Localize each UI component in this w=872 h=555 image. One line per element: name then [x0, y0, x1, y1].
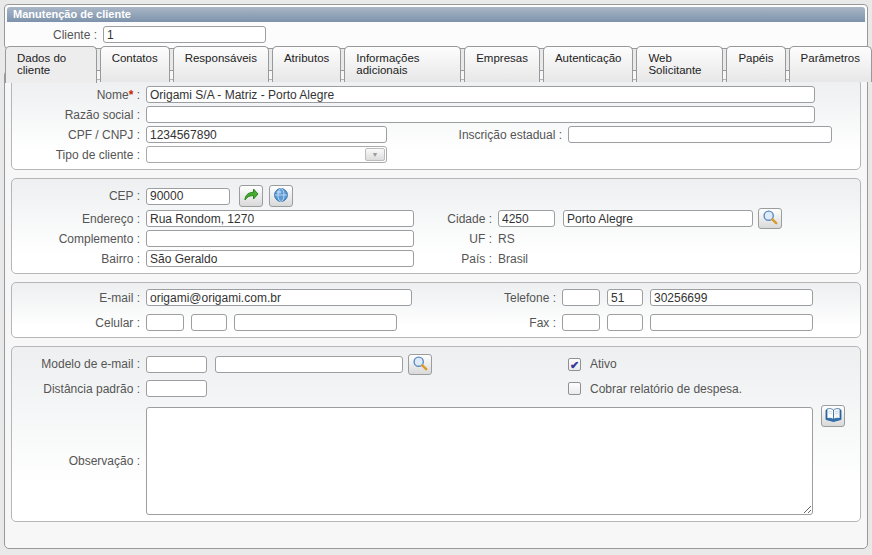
- observacao-label: Observação :: [20, 454, 140, 468]
- window-title: Manutenção de cliente: [7, 7, 865, 22]
- inscricao-estadual-input[interactable]: [568, 126, 832, 143]
- cpf-cnpj-label: CPF / CNPJ :: [20, 128, 140, 142]
- fax-numero-input[interactable]: [650, 314, 813, 331]
- telefone-ddd-input[interactable]: [607, 289, 643, 306]
- cep-input[interactable]: [146, 188, 230, 205]
- tab-contatos[interactable]: Contatos: [100, 46, 170, 82]
- tab-dados-do-cliente[interactable]: Dados do cliente: [5, 46, 97, 83]
- tab-parametros[interactable]: Parâmetros: [789, 46, 872, 82]
- pais-value: Brasil: [498, 252, 528, 266]
- modelo-email-name-input[interactable]: [215, 356, 403, 373]
- modelo-de-email-label: Modelo de e-mail :: [20, 357, 140, 371]
- tab-atributos[interactable]: Atributos: [272, 46, 341, 82]
- modelo-email-search-button[interactable]: [408, 354, 432, 375]
- tab-bar: Dados do cliente Contatos Responsáveis A…: [5, 46, 872, 82]
- fax-label: Fax :: [418, 316, 556, 330]
- search-icon: [412, 355, 428, 374]
- cidade-code-input[interactable]: [498, 210, 555, 227]
- pais-label: País :: [418, 252, 492, 266]
- cidade-label: Cidade :: [418, 212, 492, 226]
- fax-ddd-input[interactable]: [607, 314, 643, 331]
- contact-group: E-mail : Telefone : Celular : Fax :: [11, 282, 861, 338]
- celular-ddd-input[interactable]: [191, 314, 227, 331]
- celular-numero-input[interactable]: [234, 314, 397, 331]
- cep-lookup-button[interactable]: [239, 185, 263, 207]
- cep-web-button[interactable]: [269, 185, 293, 207]
- cpf-cnpj-input[interactable]: [146, 126, 387, 143]
- razao-social-label: Razão social :: [20, 108, 140, 122]
- endereco-label: Endereço :: [20, 212, 140, 226]
- client-id-input[interactable]: [103, 26, 266, 43]
- celular-ddi-input[interactable]: [146, 314, 184, 331]
- ativo-label: Ativo: [590, 357, 617, 371]
- bairro-input[interactable]: [146, 250, 414, 267]
- distancia-padrao-input[interactable]: [146, 380, 207, 397]
- cobrar-relatorio-checkbox[interactable]: [568, 382, 581, 395]
- celular-label: Celular :: [20, 316, 140, 330]
- green-arrow-icon: [243, 187, 259, 206]
- observacao-dictionary-button[interactable]: [821, 405, 845, 427]
- address-group: CEP : Endereço :: [11, 178, 861, 274]
- ativo-checkbox[interactable]: ✔: [568, 358, 581, 371]
- fax-ddi-input[interactable]: [562, 314, 600, 331]
- cidade-search-button[interactable]: [758, 208, 782, 229]
- complemento-label: Complemento :: [20, 232, 140, 246]
- bairro-label: Bairro :: [20, 252, 140, 266]
- client-id-label: Cliente :: [7, 28, 97, 42]
- tab-papeis[interactable]: Papéis: [726, 46, 785, 82]
- inscricao-estadual-label: Inscrição estadual :: [452, 128, 562, 142]
- cep-label: CEP :: [20, 189, 140, 203]
- email-label: E-mail :: [20, 291, 140, 305]
- search-icon: [762, 209, 778, 228]
- tab-web-solicitante[interactable]: Web Solicitante: [636, 46, 723, 82]
- endereco-input[interactable]: [146, 210, 414, 227]
- uf-value: RS: [498, 232, 515, 246]
- tipo-de-cliente-label: Tipo de cliente :: [20, 148, 140, 162]
- nome-input[interactable]: [146, 86, 815, 103]
- tab-autenticacao[interactable]: Autenticação: [543, 46, 634, 82]
- settings-group: Modelo de e-mail : ✔ Ativo Distância pad…: [11, 346, 861, 522]
- globe-icon: [273, 187, 289, 206]
- window-header-box: Manutenção de cliente Cliente :: [4, 4, 868, 49]
- tab-empresas[interactable]: Empresas: [464, 46, 540, 82]
- tipo-de-cliente-select[interactable]: ▼: [146, 146, 387, 163]
- telefone-numero-input[interactable]: [650, 289, 813, 306]
- cidade-name-input[interactable]: [563, 210, 753, 227]
- nome-label: Nome* :: [20, 88, 140, 102]
- telefone-ddi-input[interactable]: [562, 289, 600, 306]
- identification-group: Nome* : Razão social : CPF / CNPJ : Insc…: [11, 79, 861, 170]
- telefone-label: Telefone :: [418, 291, 556, 305]
- cobrar-relatorio-label: Cobrar relatório de despesa.: [590, 382, 742, 396]
- complemento-input[interactable]: [146, 230, 414, 247]
- uf-label: UF :: [418, 232, 492, 246]
- tab-responsaveis[interactable]: Responsáveis: [173, 46, 269, 82]
- chevron-down-icon: ▼: [365, 148, 385, 161]
- tab-informacoes-adicionais[interactable]: Informações adicionais: [344, 46, 461, 82]
- razao-social-input[interactable]: [146, 106, 815, 123]
- modelo-email-code-input[interactable]: [146, 356, 207, 373]
- distancia-padrao-label: Distância padrão :: [20, 382, 140, 396]
- observacao-textarea[interactable]: [146, 407, 813, 515]
- email-input[interactable]: [146, 289, 412, 306]
- tab-panel-dados-do-cliente: Nome* : Razão social : CPF / CNPJ : Insc…: [4, 70, 868, 549]
- open-book-icon: [825, 407, 842, 425]
